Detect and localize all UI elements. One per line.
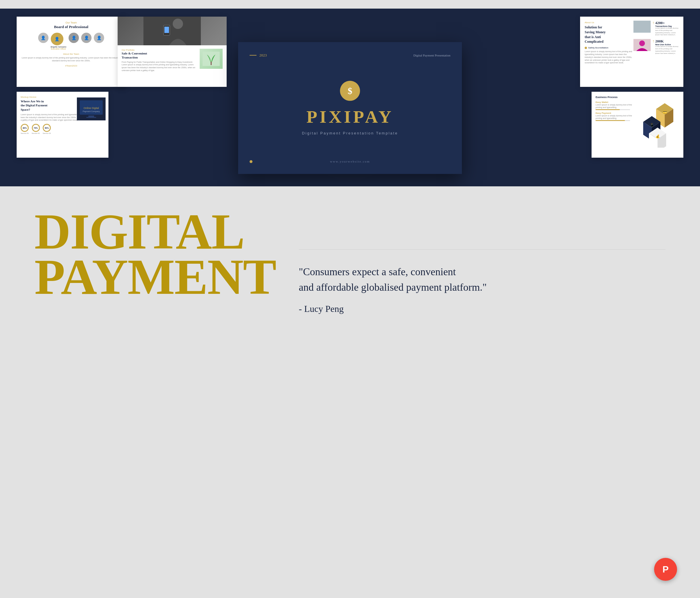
person-svg bbox=[633, 39, 651, 51]
svg-rect-1 bbox=[144, 17, 201, 45]
stat-image-2 bbox=[633, 39, 651, 51]
avatar-featured: 👤 bbox=[51, 33, 64, 45]
slide-dot-nav bbox=[250, 160, 252, 163]
3d-boxes: 💳 📱 💰 bbox=[640, 92, 680, 158]
plant-svg bbox=[203, 52, 220, 66]
step-1: Easy Wallet Lorem ipsum is simply dummy … bbox=[596, 101, 639, 110]
step2-desc: Lorem ipsum is simply dummy text of the … bbox=[596, 114, 639, 120]
arrow-up-1: ↑ bbox=[652, 21, 654, 25]
quote-text: "Consumers expect a safe, convenientand … bbox=[299, 264, 666, 295]
circle-label-3: Service 03 bbox=[43, 132, 51, 134]
slide-brand-name: PIXIPAY bbox=[306, 107, 394, 127]
svg-text:💳: 💳 bbox=[663, 110, 667, 114]
step2-title: Easy Payment bbox=[596, 112, 639, 114]
slide-top-right-text: Digital Payment Presentation bbox=[414, 53, 450, 58]
digital-text: DIGITAL bbox=[34, 209, 276, 255]
process-label: Easiness Process bbox=[596, 96, 639, 99]
lower-content: DIGITAL PAYMENT "Consumers expect a safe… bbox=[0, 186, 700, 314]
powerpoint-badge[interactable]: P bbox=[654, 558, 677, 581]
stat1-num: 4200+ bbox=[655, 21, 679, 25]
svg-point-2 bbox=[173, 19, 183, 29]
safe-right-image bbox=[200, 49, 223, 69]
pixipay-logo-icon bbox=[340, 81, 360, 101]
avatar-3: 👤 bbox=[81, 33, 92, 43]
monitor-svg: Online Digital Payment Company bbox=[78, 99, 104, 119]
safe-slide-svg bbox=[144, 17, 201, 45]
safe-slide-image bbox=[118, 17, 227, 45]
slide-website: www.yourwebsite.com bbox=[330, 160, 370, 163]
board-lorem: Lorem ipsum is simply dummy text of the … bbox=[21, 56, 121, 62]
safe-lorem: From Paying for Public Transportation an… bbox=[122, 61, 197, 72]
svg-text:💰: 💰 bbox=[655, 134, 660, 138]
lower-section: DIGITAL PAYMENT "Consumers expect a safe… bbox=[0, 186, 700, 598]
stat-row-1: ↑ 4200+ Transactions Day Lorem ipsum is … bbox=[633, 21, 679, 36]
about-stats: ↑ 4200+ Transactions Day Lorem ipsum is … bbox=[633, 21, 679, 57]
about-team-label: About the Team bbox=[21, 53, 121, 55]
avatar-4: 👤 bbox=[94, 33, 104, 43]
safe-title: Safe & ConvenientTransaction bbox=[122, 51, 197, 60]
safety-label: Safety Accreditation bbox=[585, 47, 635, 49]
avatars-row: 👤 👤 Brigette SchwartzExecutive Officer 👤… bbox=[21, 33, 121, 50]
main-slide: 2023 Digital Payment Presentation PIXIPA… bbox=[238, 42, 462, 174]
circle-label-2: Service 02 bbox=[31, 132, 40, 134]
hashtag: #Team2023 bbox=[21, 64, 121, 67]
quote-section: "Consumers expect a safe, convenientand … bbox=[299, 209, 666, 314]
svg-rect-4 bbox=[165, 27, 169, 33]
mockup-display: Online Digital Payment Company bbox=[77, 98, 105, 121]
payment-text: PAYMENT bbox=[34, 255, 276, 300]
avatar-1: 👤 bbox=[38, 33, 49, 43]
svg-text:📱: 📱 bbox=[650, 123, 654, 127]
circle-2: 70% bbox=[32, 124, 40, 132]
about-title: Solution forSaving Moneythat is AntiComp… bbox=[585, 25, 635, 44]
quote-author: - Lucy Peng bbox=[299, 304, 666, 314]
3d-left-text: Easiness Process Easy Wallet Lorem ipsum… bbox=[596, 96, 639, 121]
about-us-label: About Us bbox=[585, 21, 635, 24]
slide-board-thumb: Our Team Board of Professional 👤 👤 Brige… bbox=[17, 17, 126, 87]
stat2-label: New User Active bbox=[655, 44, 679, 46]
safety-dot bbox=[585, 47, 587, 49]
slide-subtitle: Digital Payment Presentation Template bbox=[302, 131, 398, 135]
avatar-2: 👤 bbox=[69, 33, 79, 43]
circle-stat-3: 90% Service 03 bbox=[43, 124, 51, 134]
stat1-label: Transactions Day bbox=[655, 25, 679, 27]
progress-fill-1 bbox=[596, 109, 620, 110]
3d-boxes-svg: 💳 📱 💰 bbox=[642, 102, 679, 148]
progress-bar-2 bbox=[596, 120, 630, 121]
stat1-desc: Lorem ipsum is simply dummy text of the … bbox=[655, 27, 679, 36]
big-title-block: DIGITAL PAYMENT bbox=[34, 209, 276, 300]
circle-label-1: Service 01 bbox=[21, 132, 29, 134]
circle-stat-1: 80% Service 01 bbox=[21, 124, 29, 134]
svg-text:Online Digital: Online Digital bbox=[83, 107, 99, 109]
svg-rect-14 bbox=[86, 117, 96, 118]
safe-slide-content: Our Portfolio Safe & ConvenientTransacti… bbox=[118, 45, 227, 75]
stat2-desc: Lorem ipsum is simply dummy text of the … bbox=[655, 46, 679, 54]
circle-stat-2: 70% Service 02 bbox=[31, 124, 40, 134]
our-team-label: Our Team bbox=[21, 21, 121, 24]
slide-where-thumb: Mockup Device Where Are We inthe Digital… bbox=[17, 92, 108, 158]
step1-desc: Lorem ipsum is simply dummy text of the … bbox=[596, 103, 639, 109]
slide-safe-thumb: Our Portfolio Safe & ConvenientTransacti… bbox=[118, 17, 227, 87]
progress-fill-2 bbox=[596, 120, 625, 121]
step1-title: Easy Wallet bbox=[596, 101, 639, 103]
svg-rect-13 bbox=[89, 115, 94, 117]
arrow-up-2: ↑ bbox=[652, 39, 654, 44]
stat-image-1 bbox=[633, 21, 651, 33]
avatar-featured-name: Brigette SchwartzExecutive Officer bbox=[51, 46, 67, 50]
stat-row-2: ↑ 200K New User Active Lorem ipsum is si… bbox=[633, 39, 679, 54]
progress-bar-1 bbox=[596, 109, 630, 110]
slides-preview-area: 2023 Digital Payment Presentation PIXIPA… bbox=[0, 8, 700, 186]
step-2: Easy Payment Lorem ipsum is simply dummy… bbox=[596, 112, 639, 121]
svg-point-8 bbox=[639, 41, 645, 46]
board-title: Board of Professional bbox=[21, 25, 121, 29]
slide-year: 2023 bbox=[250, 53, 267, 58]
svg-text:Payment Company: Payment Company bbox=[83, 110, 100, 113]
portfolio-label: Our Portfolio bbox=[122, 49, 197, 51]
slide-about-thumb: About Us Solution forSaving Moneythat is… bbox=[580, 17, 683, 87]
about-lorem: Lorem ipsum is simply dummy text of the … bbox=[585, 50, 635, 64]
slide-3d-thumb: Easiness Process Easy Wallet Lorem ipsum… bbox=[592, 92, 683, 158]
ppt-icon: P bbox=[662, 564, 669, 575]
stat2-num: 200K bbox=[655, 39, 679, 44]
circle-1: 80% bbox=[21, 124, 29, 132]
circles-row: 80% Service 01 70% Service 02 90% Servic… bbox=[21, 124, 104, 134]
svg-rect-6 bbox=[210, 62, 212, 65]
